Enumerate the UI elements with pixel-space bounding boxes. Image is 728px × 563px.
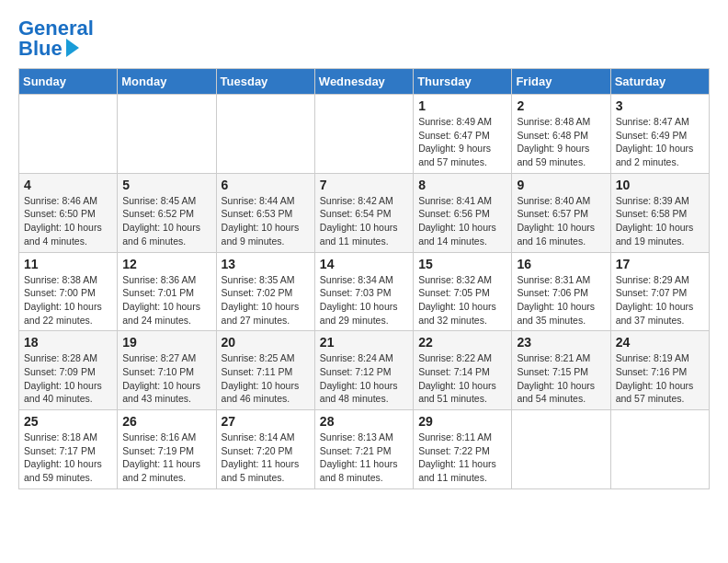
calendar-cell: 26Sunrise: 8:16 AM Sunset: 7:19 PM Dayli… xyxy=(118,410,216,489)
calendar-cell: 1Sunrise: 8:49 AM Sunset: 6:47 PM Daylig… xyxy=(414,95,512,174)
day-number: 29 xyxy=(418,414,506,429)
weekday-header-saturday: Saturday xyxy=(610,69,709,95)
day-number: 11 xyxy=(24,257,112,271)
weekday-row: SundayMondayTuesdayWednesdayThursdayFrid… xyxy=(19,69,710,95)
day-info: Sunrise: 8:16 AM Sunset: 7:19 PM Dayligh… xyxy=(122,431,210,485)
day-number: 13 xyxy=(222,257,310,271)
day-info: Sunrise: 8:18 AM Sunset: 7:17 PM Dayligh… xyxy=(24,431,112,485)
day-number: 10 xyxy=(616,178,704,192)
day-number: 4 xyxy=(24,178,112,192)
day-info: Sunrise: 8:21 AM Sunset: 7:15 PM Dayligh… xyxy=(517,351,605,406)
day-info: Sunrise: 8:48 AM Sunset: 6:48 PM Dayligh… xyxy=(517,115,605,169)
day-info: Sunrise: 8:41 AM Sunset: 6:56 PM Dayligh… xyxy=(418,194,506,248)
day-info: Sunrise: 8:32 AM Sunset: 7:05 PM Dayligh… xyxy=(418,273,506,327)
day-number: 19 xyxy=(122,335,210,350)
day-number: 7 xyxy=(320,178,408,192)
day-info: Sunrise: 8:44 AM Sunset: 6:53 PM Dayligh… xyxy=(222,194,310,248)
calendar-cell: 22Sunrise: 8:22 AM Sunset: 7:14 PM Dayli… xyxy=(414,331,512,410)
weekday-header-monday: Monday xyxy=(118,69,216,95)
calendar-cell xyxy=(118,95,216,174)
calendar-cell: 28Sunrise: 8:13 AM Sunset: 7:21 PM Dayli… xyxy=(314,410,413,489)
day-info: Sunrise: 8:38 AM Sunset: 7:00 PM Dayligh… xyxy=(24,273,112,327)
calendar-cell: 10Sunrise: 8:39 AM Sunset: 6:58 PM Dayli… xyxy=(610,173,709,252)
weekday-header-tuesday: Tuesday xyxy=(216,69,314,95)
day-info: Sunrise: 8:14 AM Sunset: 7:20 PM Dayligh… xyxy=(222,431,310,485)
calendar-cell xyxy=(610,410,709,489)
day-info: Sunrise: 8:34 AM Sunset: 7:03 PM Dayligh… xyxy=(320,273,408,327)
logo-arrow-icon xyxy=(66,39,79,57)
day-info: Sunrise: 8:24 AM Sunset: 7:12 PM Dayligh… xyxy=(320,351,408,406)
calendar-cell: 16Sunrise: 8:31 AM Sunset: 7:06 PM Dayli… xyxy=(512,252,610,331)
calendar-cell: 12Sunrise: 8:36 AM Sunset: 7:01 PM Dayli… xyxy=(118,252,216,331)
calendar-week-0: 1Sunrise: 8:49 AM Sunset: 6:47 PM Daylig… xyxy=(19,95,710,174)
logo-text-blue: Blue xyxy=(18,39,79,59)
calendar-week-1: 4Sunrise: 8:46 AM Sunset: 6:50 PM Daylig… xyxy=(19,173,710,252)
day-info: Sunrise: 8:40 AM Sunset: 6:57 PM Dayligh… xyxy=(517,194,605,248)
day-info: Sunrise: 8:36 AM Sunset: 7:01 PM Dayligh… xyxy=(122,273,210,327)
day-number: 22 xyxy=(418,335,506,350)
day-info: Sunrise: 8:42 AM Sunset: 6:54 PM Dayligh… xyxy=(320,194,408,248)
day-info: Sunrise: 8:13 AM Sunset: 7:21 PM Dayligh… xyxy=(320,431,408,485)
calendar-cell: 15Sunrise: 8:32 AM Sunset: 7:05 PM Dayli… xyxy=(414,252,512,331)
logo: General Blue xyxy=(18,18,94,59)
day-info: Sunrise: 8:45 AM Sunset: 6:52 PM Dayligh… xyxy=(122,194,210,248)
day-info: Sunrise: 8:47 AM Sunset: 6:49 PM Dayligh… xyxy=(616,115,704,169)
day-info: Sunrise: 8:22 AM Sunset: 7:14 PM Dayligh… xyxy=(418,351,506,406)
day-info: Sunrise: 8:28 AM Sunset: 7:09 PM Dayligh… xyxy=(24,351,112,406)
calendar-cell: 3Sunrise: 8:47 AM Sunset: 6:49 PM Daylig… xyxy=(610,95,709,174)
day-info: Sunrise: 8:11 AM Sunset: 7:22 PM Dayligh… xyxy=(418,431,506,485)
weekday-header-sunday: Sunday xyxy=(19,69,118,95)
calendar-cell: 17Sunrise: 8:29 AM Sunset: 7:07 PM Dayli… xyxy=(610,252,709,331)
calendar-cell: 20Sunrise: 8:25 AM Sunset: 7:11 PM Dayli… xyxy=(216,331,314,410)
day-info: Sunrise: 8:29 AM Sunset: 7:07 PM Dayligh… xyxy=(616,273,704,327)
day-number: 28 xyxy=(320,414,408,429)
day-number: 1 xyxy=(418,98,506,113)
day-number: 18 xyxy=(24,335,112,350)
calendar-header: SundayMondayTuesdayWednesdayThursdayFrid… xyxy=(19,69,710,95)
day-number: 26 xyxy=(122,414,210,429)
day-info: Sunrise: 8:35 AM Sunset: 7:02 PM Dayligh… xyxy=(222,273,310,327)
day-number: 6 xyxy=(222,178,310,192)
weekday-header-wednesday: Wednesday xyxy=(314,69,413,95)
calendar-cell: 29Sunrise: 8:11 AM Sunset: 7:22 PM Dayli… xyxy=(414,410,512,489)
day-number: 12 xyxy=(122,257,210,271)
calendar-body: 1Sunrise: 8:49 AM Sunset: 6:47 PM Daylig… xyxy=(19,95,710,489)
day-number: 17 xyxy=(616,257,704,271)
calendar-week-2: 11Sunrise: 8:38 AM Sunset: 7:00 PM Dayli… xyxy=(19,252,710,331)
page-header: General Blue xyxy=(18,18,710,59)
day-info: Sunrise: 8:27 AM Sunset: 7:10 PM Dayligh… xyxy=(122,351,210,406)
calendar-cell: 8Sunrise: 8:41 AM Sunset: 6:56 PM Daylig… xyxy=(414,173,512,252)
calendar-cell xyxy=(314,95,413,174)
day-info: Sunrise: 8:31 AM Sunset: 7:06 PM Dayligh… xyxy=(517,273,605,327)
day-number: 25 xyxy=(24,414,112,429)
day-number: 23 xyxy=(517,335,605,350)
calendar-cell: 27Sunrise: 8:14 AM Sunset: 7:20 PM Dayli… xyxy=(216,410,314,489)
logo-text-general: General xyxy=(18,18,94,39)
calendar-cell: 5Sunrise: 8:45 AM Sunset: 6:52 PM Daylig… xyxy=(118,173,216,252)
day-number: 24 xyxy=(616,335,704,350)
day-number: 27 xyxy=(222,414,310,429)
weekday-header-friday: Friday xyxy=(512,69,610,95)
day-number: 16 xyxy=(517,257,605,271)
calendar-cell: 9Sunrise: 8:40 AM Sunset: 6:57 PM Daylig… xyxy=(512,173,610,252)
calendar-cell xyxy=(216,95,314,174)
day-number: 9 xyxy=(517,178,605,192)
calendar-week-4: 25Sunrise: 8:18 AM Sunset: 7:17 PM Dayli… xyxy=(19,410,710,489)
calendar-cell: 25Sunrise: 8:18 AM Sunset: 7:17 PM Dayli… xyxy=(19,410,118,489)
calendar-cell: 6Sunrise: 8:44 AM Sunset: 6:53 PM Daylig… xyxy=(216,173,314,252)
calendar-cell xyxy=(19,95,118,174)
calendar-cell: 11Sunrise: 8:38 AM Sunset: 7:00 PM Dayli… xyxy=(19,252,118,331)
day-info: Sunrise: 8:25 AM Sunset: 7:11 PM Dayligh… xyxy=(222,351,310,406)
calendar-cell: 14Sunrise: 8:34 AM Sunset: 7:03 PM Dayli… xyxy=(314,252,413,331)
calendar-cell xyxy=(512,410,610,489)
calendar-week-3: 18Sunrise: 8:28 AM Sunset: 7:09 PM Dayli… xyxy=(19,331,710,410)
calendar-cell: 2Sunrise: 8:48 AM Sunset: 6:48 PM Daylig… xyxy=(512,95,610,174)
day-info: Sunrise: 8:49 AM Sunset: 6:47 PM Dayligh… xyxy=(418,115,506,169)
calendar-cell: 21Sunrise: 8:24 AM Sunset: 7:12 PM Dayli… xyxy=(314,331,413,410)
day-number: 15 xyxy=(418,257,506,271)
day-number: 2 xyxy=(517,98,605,113)
day-number: 21 xyxy=(320,335,408,350)
calendar-cell: 24Sunrise: 8:19 AM Sunset: 7:16 PM Dayli… xyxy=(610,331,709,410)
day-number: 14 xyxy=(320,257,408,271)
day-info: Sunrise: 8:39 AM Sunset: 6:58 PM Dayligh… xyxy=(616,194,704,248)
